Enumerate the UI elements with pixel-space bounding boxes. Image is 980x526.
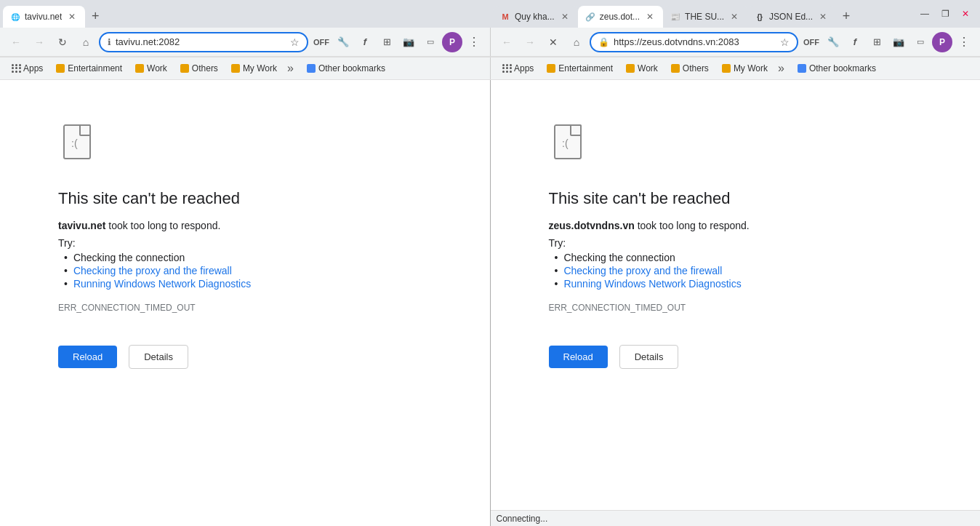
right-details-button[interactable]: Details <box>619 345 679 369</box>
right-work-label: Work <box>638 63 658 73</box>
left-camera-button[interactable]: 📷 <box>398 32 419 52</box>
connecting-text: Connecting... <box>497 514 548 524</box>
connecting-status-bar: Connecting... <box>491 510 981 526</box>
right-menu-button[interactable]: ⋮ <box>954 32 974 52</box>
right-grid-button[interactable]: ⊞ <box>867 32 887 52</box>
tab-gmail[interactable]: M Quy kha... ✕ <box>493 6 578 28</box>
right-profile-button[interactable]: P <box>932 32 952 52</box>
tab-favicon-json: {} <box>755 12 765 22</box>
right-home-button[interactable]: ⌂ <box>566 32 587 52</box>
right-reload-button[interactable]: Reload <box>549 346 608 368</box>
right-more-bookmarks[interactable]: » <box>775 60 787 76</box>
tab-favicon-thesu: 📰 <box>670 12 680 22</box>
bookmarks-row: Apps Entertainment Work Others My Work » <box>0 57 980 80</box>
tab-favicon-zeus: 🔗 <box>585 12 595 22</box>
right-others-label: Others <box>683 63 709 73</box>
left-more-bookmarks[interactable]: » <box>284 60 297 76</box>
left-nav-bar: ← → ↻ ⌂ ℹ tavivu.net:2082 ☆ OFF 🔧 f ⊞ 📷 … <box>0 28 490 57</box>
left-new-tab-button[interactable]: + <box>85 6 105 26</box>
left-other-bookmarks-label: Other bookmarks <box>318 63 385 73</box>
right-error-item-1-text: Checking the connection <box>563 252 675 263</box>
right-sidebar-button[interactable]: ▭ <box>910 32 931 52</box>
left-tools-button[interactable]: 🔧 <box>333 32 353 52</box>
close-button[interactable]: ✕ <box>957 5 974 23</box>
left-bookmark-apps[interactable]: Apps <box>6 62 49 75</box>
right-font-button[interactable]: f <box>845 32 865 52</box>
left-bookmark-work[interactable]: Work <box>129 62 173 75</box>
left-others-icon <box>180 64 189 73</box>
right-extensions-button[interactable]: OFF <box>801 32 822 52</box>
tab-title-gmail: Quy kha... <box>515 12 555 22</box>
tab-close-tavivu[interactable]: ✕ <box>66 11 78 23</box>
tab-close-gmail[interactable]: ✕ <box>559 11 571 23</box>
left-bookmark-others[interactable]: Others <box>174 62 224 75</box>
right-back-button[interactable]: ← <box>497 32 517 52</box>
right-tools-button[interactable]: 🔧 <box>823 32 843 52</box>
right-address-bar[interactable]: 🔒 https://zeus.dotvndns.vn:2083 ☆ <box>590 32 798 52</box>
right-bookmark-mywork[interactable]: My Work <box>716 62 774 75</box>
left-forward-button[interactable]: → <box>29 32 49 52</box>
left-reload-button[interactable]: ↻ <box>52 32 73 52</box>
tab-tavivu[interactable]: 🌐 tavivu.net ✕ <box>3 6 85 28</box>
title-bar: 🌐 tavivu.net ✕ + M Quy kha... ✕ 🔗 zeus.d… <box>0 0 980 28</box>
right-error-item-1: Checking the connection <box>555 252 923 263</box>
left-error-desc-suffix: took too long to respond. <box>108 220 220 231</box>
tab-title-json: JSON Ed... <box>769 12 813 22</box>
right-camera-button[interactable]: 📷 <box>888 32 909 52</box>
right-bookmark-apps[interactable]: Apps <box>497 62 539 75</box>
right-forward-button[interactable]: → <box>520 32 540 52</box>
left-error-icon: :( <box>58 124 102 175</box>
tab-close-thesu[interactable]: ✕ <box>728 11 740 23</box>
left-error-item-3-link[interactable]: Running Windows Network Diagnostics <box>73 278 251 290</box>
left-error-page: :( This site can't be reached tavivu.net… <box>0 80 490 526</box>
right-error-item-3-link[interactable]: Running Windows Network Diagnostics <box>563 278 741 290</box>
left-error-item-2: Checking the proxy and the firewall <box>64 265 432 276</box>
left-other-bookmarks[interactable]: Other bookmarks <box>301 62 391 75</box>
left-star-icon[interactable]: ☆ <box>290 36 300 48</box>
left-extensions-button[interactable]: OFF <box>311 32 332 52</box>
left-bookmark-entertainment[interactable]: Entertainment <box>50 62 128 75</box>
tab-close-json[interactable]: ✕ <box>817 11 829 23</box>
nav-bars-row: ← → ↻ ⌂ ℹ tavivu.net:2082 ☆ OFF 🔧 f ⊞ 📷 … <box>0 28 980 57</box>
right-error-item-2-link[interactable]: Checking the proxy and the firewall <box>563 265 722 276</box>
svg-text::(: :( <box>562 138 569 149</box>
maximize-button[interactable]: ❐ <box>936 5 954 23</box>
tab-close-zeus[interactable]: ✕ <box>644 11 656 23</box>
tab-favicon-gmail: M <box>500 12 510 22</box>
tab-thesu[interactable]: 📰 THE SU... ✕ <box>663 6 747 28</box>
right-bookmark-others[interactable]: Others <box>665 62 715 75</box>
tab-favicon-tavivu: 🌐 <box>10 12 20 22</box>
minimize-button[interactable]: — <box>916 5 933 23</box>
left-tab-bar: 🌐 tavivu.net ✕ + <box>0 0 490 28</box>
left-error-content: :( This site can't be reached tavivu.net… <box>0 80 490 526</box>
left-bookmark-mywork[interactable]: My Work <box>225 62 283 75</box>
left-entertainment-icon <box>56 64 65 73</box>
right-new-tab-button[interactable]: + <box>836 6 856 26</box>
left-back-button[interactable]: ← <box>6 32 26 52</box>
left-error-item-2-link[interactable]: Checking the proxy and the firewall <box>73 265 232 276</box>
right-security-icon: 🔒 <box>598 37 609 47</box>
right-bookmark-work[interactable]: Work <box>620 62 664 75</box>
left-menu-button[interactable]: ⋮ <box>464 32 484 52</box>
tab-zeus[interactable]: 🔗 zeus.dot... ✕ <box>578 6 663 28</box>
left-details-button[interactable]: Details <box>129 345 188 369</box>
left-error-domain: tavivu.net <box>58 220 105 231</box>
right-entertainment-icon <box>547 64 555 73</box>
left-bookmarks-bar: Apps Entertainment Work Others My Work » <box>0 57 490 79</box>
left-grid-button[interactable]: ⊞ <box>377 32 397 52</box>
left-profile-button[interactable]: P <box>442 32 462 52</box>
right-error-icon: :( <box>549 124 593 175</box>
left-font-button[interactable]: f <box>355 32 375 52</box>
left-try-label: Try: <box>58 237 432 249</box>
tab-json[interactable]: {} JSON Ed... ✕ <box>747 6 836 28</box>
browser-window: 🌐 tavivu.net ✕ + M Quy kha... ✕ 🔗 zeus.d… <box>0 0 980 526</box>
right-other-bookmarks[interactable]: Other bookmarks <box>792 62 882 75</box>
right-bookmark-entertainment[interactable]: Entertainment <box>541 62 619 75</box>
right-error-buttons: Reload Details <box>549 345 923 369</box>
left-sidebar-button[interactable]: ▭ <box>420 32 441 52</box>
right-star-icon[interactable]: ☆ <box>780 36 790 48</box>
left-address-bar[interactable]: ℹ tavivu.net:2082 ☆ <box>99 32 308 52</box>
right-close-tab-button[interactable]: ✕ <box>543 32 563 52</box>
left-reload-button[interactable]: Reload <box>58 346 117 368</box>
left-home-button[interactable]: ⌂ <box>76 32 96 52</box>
